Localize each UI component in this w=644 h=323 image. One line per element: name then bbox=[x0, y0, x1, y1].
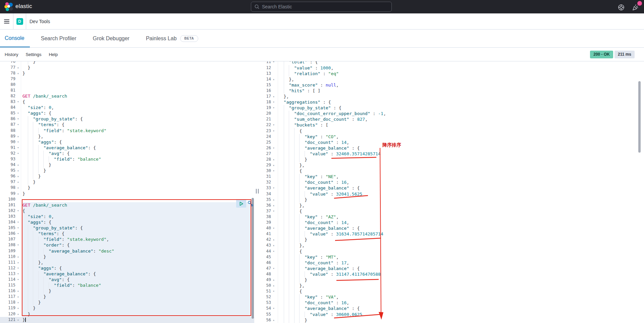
help-icon[interactable] bbox=[618, 4, 625, 11]
code-line[interactable]: 27"value" : 32460.35714285714 bbox=[260, 151, 644, 157]
fold-close-icon[interactable]: ▴ bbox=[15, 260, 21, 265]
code-line[interactable]: 12"value" : 1000, bbox=[260, 65, 644, 71]
fold-open-icon[interactable]: ▾ bbox=[15, 219, 21, 225]
fold-close-icon[interactable]: ▴ bbox=[15, 162, 21, 168]
tab-painless-lab[interactable]: Painless Lab BETA bbox=[141, 30, 204, 47]
code-line[interactable]: 14▴}, bbox=[260, 76, 644, 82]
code-line[interactable]: 54▾"average_balance" : { bbox=[260, 306, 644, 311]
code-line[interactable]: 91▾"average_balance": { bbox=[0, 145, 254, 151]
code-line[interactable]: 40▾"average_balance" : { bbox=[260, 225, 644, 231]
history-link[interactable]: History bbox=[5, 52, 18, 57]
fold-open-icon[interactable]: ▾ bbox=[271, 168, 276, 174]
fold-close-icon[interactable]: ▴ bbox=[271, 237, 276, 243]
code-line[interactable]: 99▴} bbox=[0, 191, 254, 197]
fold-open-icon[interactable]: ▾ bbox=[271, 208, 276, 214]
code-line[interactable]: 114▾"avg": { bbox=[0, 277, 254, 282]
fold-close-icon[interactable]: ▴ bbox=[271, 283, 276, 288]
fold-open-icon[interactable]: ▾ bbox=[15, 265, 21, 271]
code-line[interactable]: 39"doc_count" : 14, bbox=[260, 220, 644, 225]
code-line[interactable]: 25"doc_count" : 14, bbox=[260, 140, 644, 145]
code-line[interactable]: 20"doc_count_error_upper_bound" : -1, bbox=[260, 111, 644, 116]
code-line[interactable]: 51▾{ bbox=[260, 288, 644, 294]
code-line[interactable]: 16"hits" : [ ] bbox=[260, 88, 644, 94]
fold-close-icon[interactable]: ▴ bbox=[271, 162, 276, 168]
fold-close-icon[interactable]: ▴ bbox=[271, 157, 276, 162]
code-line[interactable]: 44▾{ bbox=[260, 249, 644, 254]
fold-open-icon[interactable]: ▾ bbox=[15, 271, 21, 277]
fold-open-icon[interactable]: ▾ bbox=[15, 208, 21, 214]
code-line[interactable]: 113▾"average_balance": { bbox=[0, 271, 254, 277]
request-editor-scrollbar[interactable] bbox=[252, 198, 254, 319]
fold-open-icon[interactable]: ▾ bbox=[271, 122, 276, 128]
fold-open-icon[interactable]: ▾ bbox=[15, 110, 21, 116]
code-line[interactable]: 82GET /bank/_search bbox=[0, 93, 254, 99]
code-line[interactable]: 46"doc_count" : 17, bbox=[260, 260, 644, 266]
fold-close-icon[interactable]: ▴ bbox=[271, 317, 276, 323]
code-line[interactable]: 111▴}, bbox=[0, 260, 254, 265]
fold-open-icon[interactable]: ▾ bbox=[15, 225, 21, 231]
fold-open-icon[interactable]: ▾ bbox=[15, 151, 21, 156]
code-line[interactable]: 87▾"terms": { bbox=[0, 122, 254, 127]
fold-close-icon[interactable]: ▴ bbox=[15, 305, 21, 311]
code-line[interactable]: 37▾{ bbox=[260, 208, 644, 214]
fold-open-icon[interactable]: ▾ bbox=[15, 231, 21, 236]
fold-open-icon[interactable]: ▾ bbox=[271, 61, 276, 65]
code-line[interactable]: 96▴} bbox=[0, 173, 254, 179]
code-line[interactable]: 88"field": "state.keyword" bbox=[0, 128, 254, 133]
code-line[interactable]: 117▴} bbox=[0, 294, 254, 300]
code-line[interactable]: 32"doc_count" : 16, bbox=[260, 179, 644, 185]
code-line[interactable]: 89▴}, bbox=[0, 133, 254, 139]
fold-open-icon[interactable]: ▾ bbox=[15, 116, 21, 122]
fold-close-icon[interactable]: ▴ bbox=[271, 94, 276, 99]
code-line[interactable]: 77▴} bbox=[0, 65, 254, 70]
fold-open-icon[interactable]: ▾ bbox=[271, 128, 276, 134]
code-line[interactable]: 120▴} bbox=[0, 311, 254, 317]
code-line[interactable]: 23▾{ bbox=[260, 128, 644, 134]
code-line[interactable]: 85▾"aggs": { bbox=[0, 110, 254, 116]
code-line[interactable]: 101GET /bank/_search bbox=[0, 202, 254, 208]
code-line[interactable]: 107"field": "state.keyword", bbox=[0, 236, 254, 242]
code-line[interactable]: 93"field": "balance" bbox=[0, 156, 254, 162]
fold-close-icon[interactable]: ▴ bbox=[271, 203, 276, 208]
code-line[interactable]: 115"field": "balance" bbox=[0, 282, 254, 288]
code-line[interactable]: 92▾"avg": { bbox=[0, 151, 254, 156]
help-link[interactable]: Help bbox=[49, 52, 58, 57]
fold-open-icon[interactable]: ▾ bbox=[271, 185, 276, 191]
code-line[interactable]: 116▴} bbox=[0, 288, 254, 294]
code-line[interactable]: 15"max_score" : null, bbox=[260, 82, 644, 88]
code-line[interactable]: 83▾{ bbox=[0, 99, 254, 105]
fold-open-icon[interactable]: ▾ bbox=[271, 145, 276, 151]
fold-close-icon[interactable]: ▴ bbox=[15, 254, 21, 260]
code-line[interactable]: 104▾"aggs": { bbox=[0, 219, 254, 225]
fold-open-icon[interactable]: ▾ bbox=[15, 145, 21, 151]
code-line[interactable]: 55"value" : 30600.0625 bbox=[260, 312, 644, 317]
code-line[interactable]: 100 bbox=[0, 197, 254, 202]
code-line[interactable]: 112▾"aggs": { bbox=[0, 265, 254, 271]
fold-close-icon[interactable]: ▴ bbox=[15, 191, 21, 197]
fold-open-icon[interactable]: ▾ bbox=[271, 306, 276, 311]
code-line[interactable]: 13"relation" : "eq" bbox=[260, 71, 644, 76]
code-line[interactable]: 76} bbox=[0, 61, 254, 65]
code-line[interactable]: 34"value" : 32041.5625 bbox=[260, 191, 644, 197]
code-line[interactable]: 28▴} bbox=[260, 157, 644, 162]
elastic-logo[interactable] bbox=[4, 2, 13, 11]
request-editor[interactable]: 76}77▴}78▴}79808182GET /bank/_search83▾{… bbox=[0, 61, 254, 323]
code-line[interactable]: 48"value" : 31147.41176470588 bbox=[260, 271, 644, 277]
fold-close-icon[interactable]: ▴ bbox=[15, 168, 21, 173]
code-line[interactable]: 78▴} bbox=[0, 70, 254, 76]
code-line[interactable]: 50▴}, bbox=[260, 283, 644, 288]
tab-console[interactable]: Console bbox=[0, 30, 30, 47]
code-line[interactable]: 102▾{ bbox=[0, 208, 254, 214]
pane-resizer[interactable] bbox=[254, 61, 260, 323]
code-line[interactable]: 49▴} bbox=[260, 277, 644, 283]
code-line[interactable]: 119▴} bbox=[0, 305, 254, 311]
fold-open-icon[interactable]: ▾ bbox=[15, 242, 21, 248]
fold-open-icon[interactable]: ▾ bbox=[15, 139, 21, 145]
code-line[interactable]: 106▾"terms": { bbox=[0, 231, 254, 236]
code-line[interactable]: 118▴} bbox=[0, 300, 254, 305]
fold-close-icon[interactable]: ▴ bbox=[15, 288, 21, 294]
fold-open-icon[interactable]: ▾ bbox=[271, 105, 276, 111]
code-line[interactable]: 121▴} bbox=[0, 317, 254, 323]
code-line[interactable]: 97▴} bbox=[0, 179, 254, 185]
fold-close-icon[interactable]: ▴ bbox=[15, 133, 21, 139]
